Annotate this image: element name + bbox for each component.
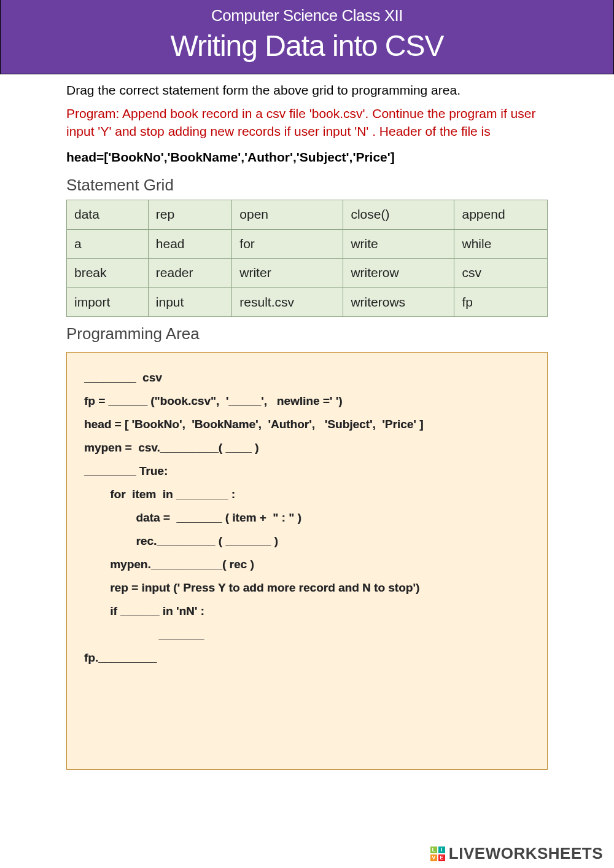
grid-cell[interactable]: close() xyxy=(343,200,454,229)
statement-grid-label: Statement Grid xyxy=(66,174,548,196)
footer-brand: LIVEWORKSHEETS xyxy=(449,844,603,863)
grid-cell[interactable]: head xyxy=(148,229,232,258)
code-line[interactable]: mypen = csv._________( ____ ) xyxy=(84,436,530,459)
grid-cell[interactable]: reader xyxy=(148,259,232,287)
code-line[interactable]: head = [ 'BookNo', 'BookName', 'Author',… xyxy=(84,413,530,436)
programming-area-label: Programming Area xyxy=(66,323,548,345)
code-line[interactable]: ________ True: xyxy=(84,459,530,483)
header-code-line: head=['BookNo','BookName','Author','Subj… xyxy=(66,149,548,166)
header-title: Writing Data into CSV xyxy=(1,29,613,63)
grid-cell[interactable]: for xyxy=(232,229,343,258)
grid-cell[interactable]: rep xyxy=(148,200,232,229)
grid-cell[interactable]: csv xyxy=(454,259,548,287)
logo-tile: V xyxy=(430,854,437,861)
content-area: Drag the correct statement form the abov… xyxy=(0,74,614,770)
statement-grid: data rep open close() append a head for … xyxy=(66,200,548,316)
code-line[interactable]: _______ xyxy=(84,623,530,646)
grid-cell[interactable]: while xyxy=(454,229,548,258)
table-row: break reader writer writerow csv xyxy=(67,259,548,287)
table-row: a head for write while xyxy=(67,229,548,258)
grid-cell[interactable]: write xyxy=(343,229,454,258)
grid-cell[interactable]: writerows xyxy=(343,287,454,316)
code-line[interactable]: ________ csv xyxy=(84,366,530,389)
grid-cell[interactable]: open xyxy=(232,200,343,229)
code-line[interactable]: data = _______ ( item + " : " ) xyxy=(84,506,530,530)
table-row: data rep open close() append xyxy=(67,200,548,229)
code-line[interactable]: rec._________ ( _______ ) xyxy=(84,530,530,553)
code-line[interactable]: if ______ in 'nN' : xyxy=(84,600,530,623)
grid-cell[interactable]: append xyxy=(454,200,548,229)
footer: L I V E LIVEWORKSHEETS xyxy=(430,844,603,863)
grid-cell[interactable]: writer xyxy=(232,259,343,287)
code-line[interactable]: rep = input (' Press Y to add more recor… xyxy=(84,576,530,600)
grid-cell[interactable]: a xyxy=(67,229,149,258)
logo-tile: L xyxy=(430,846,437,853)
program-description: Program: Append book record in a csv fil… xyxy=(66,105,548,140)
logo-tile: I xyxy=(438,846,445,853)
header-subtitle: Computer Science Class XII xyxy=(1,6,613,25)
code-line[interactable]: for item in ________ : xyxy=(84,483,530,506)
grid-cell[interactable]: break xyxy=(67,259,149,287)
grid-cell[interactable]: data xyxy=(67,200,149,229)
page-header: Computer Science Class XII Writing Data … xyxy=(0,0,614,74)
logo-tile: E xyxy=(438,854,445,861)
grid-cell[interactable]: writerow xyxy=(343,259,454,287)
grid-cell[interactable]: input xyxy=(148,287,232,316)
grid-cell[interactable]: fp xyxy=(454,287,548,316)
grid-cell[interactable]: import xyxy=(67,287,149,316)
code-line[interactable]: fp = ______ ("book.csv", '_____', newlin… xyxy=(84,389,530,413)
liveworksheets-logo-icon: L I V E xyxy=(430,846,445,861)
programming-area[interactable]: ________ csv fp = ______ ("book.csv", '_… xyxy=(66,352,548,770)
code-line[interactable]: mypen.___________( rec ) xyxy=(84,553,530,576)
code-line[interactable]: fp._________ xyxy=(84,646,530,670)
grid-cell[interactable]: result.csv xyxy=(232,287,343,316)
table-row: import input result.csv writerows fp xyxy=(67,287,548,316)
instruction-text: Drag the correct statement form the abov… xyxy=(66,82,548,99)
